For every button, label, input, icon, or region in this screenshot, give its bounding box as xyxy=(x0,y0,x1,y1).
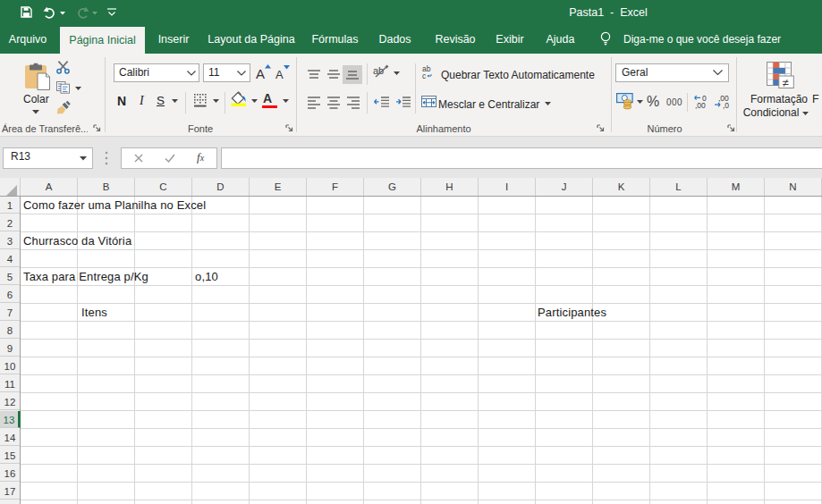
svg-text:≠: ≠ xyxy=(783,76,789,89)
svg-text:,0: ,0 xyxy=(723,101,729,110)
svg-text:,00: ,00 xyxy=(695,101,706,110)
